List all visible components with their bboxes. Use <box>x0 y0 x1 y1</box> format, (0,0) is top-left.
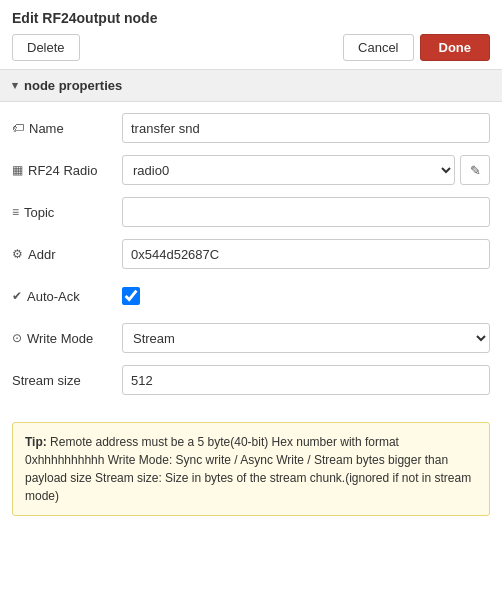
topic-label: ≡ Topic <box>12 205 122 220</box>
streamsize-input[interactable] <box>122 365 490 395</box>
tip-text: Remote address must be a 5 byte(40-bit) … <box>25 435 471 503</box>
streamsize-row: Stream size <box>12 364 490 396</box>
topic-input[interactable] <box>122 197 490 227</box>
writemode-select[interactable]: Stream Sync Write Async Write <box>122 323 490 353</box>
rf24-edit-button[interactable]: ✎ <box>460 155 490 185</box>
page-title: Edit RF24output node <box>12 10 490 26</box>
writemode-icon: ⊙ <box>12 331 22 345</box>
topic-icon: ≡ <box>12 205 19 219</box>
done-button[interactable]: Done <box>420 34 491 61</box>
name-input[interactable] <box>122 113 490 143</box>
tip-box: Tip: Remote address must be a 5 byte(40-… <box>12 422 490 516</box>
topic-row: ≡ Topic <box>12 196 490 228</box>
addr-icon: ⚙ <box>12 247 23 261</box>
name-row: 🏷 Name <box>12 112 490 144</box>
streamsize-label: Stream size <box>12 373 122 388</box>
writemode-label: ⊙ Write Mode <box>12 331 122 346</box>
checkmark-icon: ✔ <box>12 289 22 303</box>
autoack-checkbox[interactable] <box>122 287 140 305</box>
name-icon: 🏷 <box>12 121 24 135</box>
pencil-icon: ✎ <box>470 163 481 178</box>
form-body: 🏷 Name ▦ RF24 Radio radio0 radio1 ✎ <box>0 102 502 416</box>
rf24-select-wrapper: radio0 radio1 ✎ <box>122 155 490 185</box>
autoack-label: ✔ Auto-Ack <box>12 289 122 304</box>
tip-bold: Tip: <box>25 435 47 449</box>
autoack-row: ✔ Auto-Ack <box>12 280 490 312</box>
addr-input[interactable] <box>122 239 490 269</box>
cancel-button[interactable]: Cancel <box>343 34 413 61</box>
addr-row: ⚙ Addr <box>12 238 490 270</box>
delete-button[interactable]: Delete <box>12 34 80 61</box>
rf24-select[interactable]: radio0 radio1 <box>122 155 455 185</box>
addr-label: ⚙ Addr <box>12 247 122 262</box>
rf24-icon: ▦ <box>12 163 23 177</box>
writemode-row: ⊙ Write Mode Stream Sync Write Async Wri… <box>12 322 490 354</box>
chevron-icon: ▾ <box>12 79 18 92</box>
rf24-label: ▦ RF24 Radio <box>12 163 122 178</box>
section-label: node properties <box>24 78 122 93</box>
header: Edit RF24output node Delete Cancel Done … <box>0 0 502 516</box>
name-label: 🏷 Name <box>12 121 122 136</box>
rf24-row: ▦ RF24 Radio radio0 radio1 ✎ <box>12 154 490 186</box>
section-header: ▾ node properties <box>0 70 502 102</box>
